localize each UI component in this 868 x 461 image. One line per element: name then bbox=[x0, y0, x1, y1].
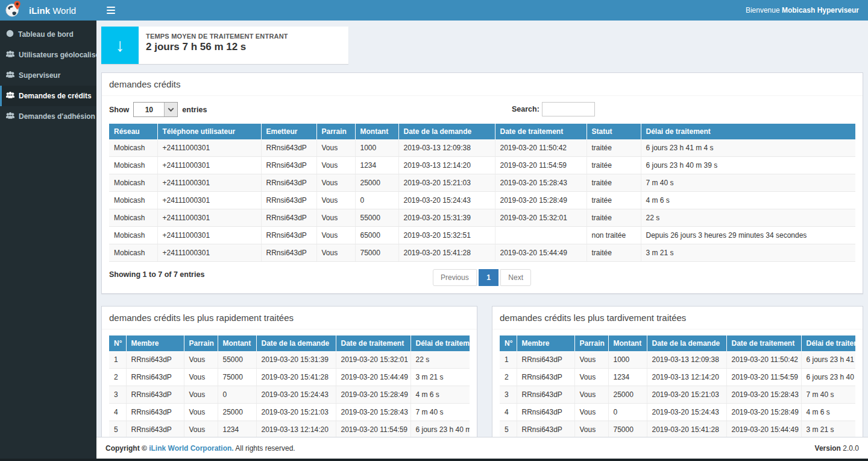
table-cell: 2019-03-20 15:44:49 bbox=[336, 369, 410, 386]
table-row: 5RRnsi643dPVous12342019-03-13 12:14:2020… bbox=[109, 421, 470, 437]
table-row: 1RRnsi643dPVous550002019-03-20 15:31:392… bbox=[109, 351, 470, 369]
sidebar-item-superviseur[interactable]: Superviseur bbox=[0, 65, 96, 86]
company-link[interactable]: iLink World Corporation. bbox=[149, 444, 233, 453]
column-header[interactable]: Date de traitement bbox=[495, 124, 587, 139]
page-size-select[interactable]: 10 bbox=[133, 102, 178, 117]
table-cell: 2019-03-20 15:28:43 bbox=[336, 404, 410, 421]
pagination-next[interactable]: Next bbox=[500, 269, 531, 286]
table-cell: traitée bbox=[587, 209, 641, 227]
gauge-icon bbox=[6, 30, 14, 39]
latest-processed-table: N°MembreParrainMontantDate de la demande… bbox=[500, 335, 855, 437]
search-input[interactable] bbox=[542, 102, 595, 116]
table-cell: 2019-03-13 12:14:20 bbox=[398, 157, 495, 174]
page-length-control: Show 10 entries bbox=[109, 102, 855, 117]
table-cell: 3 m 21 s bbox=[641, 244, 855, 262]
table-cell: 3 bbox=[109, 386, 126, 404]
sidebar-item-demandes-adhesion[interactable]: Demandes d'adhésion bbox=[0, 106, 96, 127]
users-icon bbox=[6, 112, 14, 121]
table-cell: Mobicash bbox=[109, 227, 157, 244]
table-cell: 2019-03-20 15:24:43 bbox=[398, 192, 495, 209]
table-cell: 4 m 6 s bbox=[410, 386, 470, 404]
table-cell: +24111000301 bbox=[157, 209, 261, 227]
table-cell: +24111000301 bbox=[157, 157, 261, 174]
column-header[interactable]: Statut bbox=[587, 124, 641, 139]
sidebar-item-label: Tableau de bord bbox=[18, 30, 74, 39]
table-cell: 2019-03-20 15:31:39 bbox=[256, 351, 336, 369]
fastest-processed-panel: demandes crédits les plus rapidement tra… bbox=[101, 306, 477, 437]
table-cell: RRnsi643dP bbox=[261, 209, 316, 227]
column-header[interactable]: Parrain bbox=[316, 124, 355, 139]
table-body: 1RRnsi643dPVous550002019-03-20 15:31:392… bbox=[109, 351, 470, 437]
table-cell: 2 bbox=[500, 369, 517, 386]
table-cell: 2019-03-20 11:50:42 bbox=[495, 139, 587, 157]
table-cell: 55000 bbox=[355, 209, 398, 227]
column-header[interactable]: Téléphone utilisateur bbox=[157, 124, 261, 139]
table-cell: RRnsi643dP bbox=[126, 351, 184, 369]
sidebar-item-utilisateurs-geolocalises[interactable]: Utilisateurs géolocalisés bbox=[0, 45, 96, 65]
table-cell: +24111000301 bbox=[157, 174, 261, 192]
table-cell: Vous bbox=[316, 227, 355, 244]
pagination-page-1[interactable]: 1 bbox=[479, 269, 498, 286]
search-control: Search: bbox=[512, 102, 595, 116]
table-cell: Vous bbox=[574, 421, 608, 437]
avg-processing-time-card: ↓ TEMPS MOYEN DE TRAITEMENT ENTRANT 2 jo… bbox=[101, 27, 348, 64]
table-cell: traitée bbox=[587, 139, 641, 157]
table-cell: 2019-03-20 11:50:42 bbox=[726, 351, 801, 369]
table-row: Mobicash+24111000301RRnsi643dPVous100020… bbox=[109, 139, 855, 157]
credit-requests-table: RéseauTéléphone utilisateurEmetteurParra… bbox=[109, 124, 855, 262]
table-cell: Vous bbox=[184, 386, 218, 404]
panel-title: demandes crédits bbox=[102, 73, 863, 96]
column-header[interactable]: Emetteur bbox=[261, 124, 316, 139]
sidebar-item-label: Superviseur bbox=[19, 71, 60, 80]
table-cell: 7 m 40 s bbox=[801, 386, 855, 404]
sidebar-item-tableau-de-bord[interactable]: Tableau de bord bbox=[0, 24, 96, 45]
table-cell: 1 bbox=[500, 351, 517, 369]
column-header: Délai de traitement bbox=[410, 335, 470, 351]
table-body: 1RRnsi643dPVous10002019-03-13 12:09:3820… bbox=[500, 351, 855, 437]
table-cell: RRnsi643dP bbox=[261, 139, 316, 157]
table-cell: 3 m 21 s bbox=[410, 369, 470, 386]
table-cell: RRnsi643dP bbox=[261, 227, 316, 244]
column-header: Date de traitement bbox=[336, 335, 410, 351]
entries-label: entries bbox=[182, 106, 207, 114]
column-header[interactable]: Délai de traitement bbox=[641, 124, 855, 139]
table-cell: 3 m 21 s bbox=[801, 421, 855, 437]
table-row: Mobicash+24111000301RRnsi643dPVous650002… bbox=[109, 227, 855, 244]
table-cell: RRnsi643dP bbox=[517, 421, 574, 437]
table-cell: RRnsi643dP bbox=[517, 369, 574, 386]
table-body: Mobicash+24111000301RRnsi643dPVous100020… bbox=[109, 139, 855, 262]
table-cell: 3 bbox=[500, 386, 517, 404]
table-cell: RRnsi643dP bbox=[517, 404, 574, 421]
table-cell: 1000 bbox=[608, 351, 647, 369]
table-cell: 2019-03-20 15:41:28 bbox=[256, 369, 336, 386]
users-icon bbox=[6, 71, 14, 80]
version-text: Version 2.0.0 bbox=[815, 444, 859, 453]
column-header[interactable]: Date de la demande bbox=[398, 124, 495, 139]
table-cell: +24111000301 bbox=[157, 139, 261, 157]
table-cell: 0 bbox=[355, 192, 398, 209]
sidebar-item-demandes-de-credits[interactable]: Demandes de crédits bbox=[0, 86, 96, 106]
sidebar-item-label: Utilisateurs géolocalisés bbox=[19, 51, 104, 59]
column-header: Date de la demande bbox=[647, 335, 726, 351]
card-value: 2 jours 7 h 56 m 12 s bbox=[146, 41, 288, 53]
sidebar: iLink World Tableau de bord bbox=[0, 0, 96, 459]
table-cell: 75000 bbox=[355, 244, 398, 262]
table-header-row: N°MembreParrainMontantDate de la demande… bbox=[500, 335, 855, 351]
sidebar-toggle-icon[interactable] bbox=[105, 4, 116, 16]
table-cell: 2019-03-13 12:14:20 bbox=[647, 369, 726, 386]
page-size-value: 10 bbox=[134, 103, 164, 116]
brand-logo[interactable]: iLink World bbox=[0, 0, 96, 21]
content-area: ↓ TEMPS MOYEN DE TRAITEMENT ENTRANT 2 jo… bbox=[96, 21, 868, 437]
table-cell: 2019-03-20 15:32:51 bbox=[398, 227, 495, 244]
table-cell: 2019-03-20 15:24:43 bbox=[256, 386, 336, 404]
table-cell: Mobicash bbox=[109, 174, 157, 192]
table-cell: 2019-03-13 12:09:38 bbox=[398, 139, 495, 157]
column-header[interactable]: Montant bbox=[355, 124, 398, 139]
table-cell: 5 bbox=[500, 421, 517, 437]
table-cell: RRnsi643dP bbox=[261, 157, 316, 174]
pagination-previous[interactable]: Previous bbox=[433, 269, 477, 286]
table-cell: Vous bbox=[316, 139, 355, 157]
column-header[interactable]: Réseau bbox=[109, 124, 157, 139]
table-cell: 22 s bbox=[641, 209, 855, 227]
table-cell: 6 jours 23 h 41 m 4 s bbox=[801, 351, 855, 369]
